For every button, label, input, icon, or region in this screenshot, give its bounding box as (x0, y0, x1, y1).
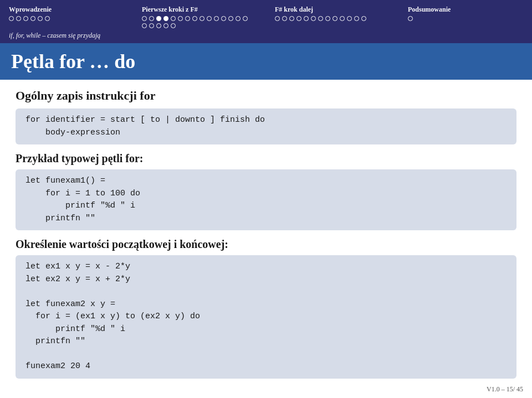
code-line (25, 286, 507, 298)
nav-section-title-pierwsze-kroki: Pierwsze kroki z F# (142, 6, 257, 14)
nav-dots-fsharp-krok-dalej (275, 16, 386, 21)
nav-dot (23, 16, 28, 21)
slide-title-bar: Pętla for … do (0, 43, 532, 80)
version-label: V1.0 – 15/ 45 (487, 385, 523, 394)
nav-dot (354, 16, 359, 21)
nav-dot (9, 16, 14, 21)
nav-dot (304, 16, 309, 21)
code-line: let funexam2 x y = (25, 298, 507, 311)
nav-section-title-podsumowanie: Podsumowanie (408, 6, 523, 14)
code-line: for i = (ex1 x y) to (ex2 x y) do (25, 311, 507, 323)
nav-dot (408, 16, 413, 21)
nav-section-wprowadzenie[interactable]: Wprowadzenie (0, 3, 133, 30)
nav-dot (178, 16, 183, 21)
nav-dot (236, 16, 241, 21)
nav-dot (16, 16, 21, 21)
code-line: body-expression (25, 127, 507, 139)
nav-dot-current (156, 16, 161, 21)
nav-dot (200, 16, 204, 21)
nav-dot (221, 16, 226, 21)
nav-dot (289, 16, 294, 21)
nav-dot (361, 16, 366, 21)
slide-title: Pętla for … do (11, 50, 521, 73)
section2-code-block: let funexam1() = for i = 1 to 100 do pri… (16, 169, 516, 230)
code-line: for identifier = start [ to | downto ] f… (25, 114, 507, 127)
code-line: let ex1 x y = x - 2*y (25, 261, 507, 273)
nav-section-title-fsharp-krok-dalej: F# krok dalej (275, 6, 390, 14)
subtitle-text: if, for, while – czasem się przydają (9, 32, 100, 39)
nav-dot (171, 23, 176, 28)
nav-dot (142, 16, 147, 21)
nav-section-pierwsze-kroki[interactable]: Pierwsze kroki z F# (133, 3, 266, 30)
nav-dot (296, 16, 301, 21)
nav-section-fsharp-krok-dalej[interactable]: F# krok dalej (266, 3, 399, 30)
nav-dot (149, 16, 154, 21)
code-line: funexam2 20 4 (25, 360, 507, 373)
top-navigation: Wprowadzenie Pierwsze kroki z F# (0, 0, 532, 43)
nav-dot (149, 23, 154, 28)
nav-dot (325, 16, 330, 21)
nav-dot-filled (163, 16, 168, 21)
code-line: printf "%d " i (25, 323, 507, 336)
nav-dot (163, 23, 168, 28)
nav-dot (156, 23, 161, 28)
main-content: Ogólny zapis instrukcji for for identifi… (0, 80, 532, 395)
nav-dot (45, 16, 50, 21)
nav-dot (228, 16, 233, 21)
code-line: printf "%d " i (25, 200, 507, 213)
code-line: let ex2 x y = x + 2*y (25, 273, 507, 286)
nav-dot (207, 16, 212, 21)
nav-dot (243, 16, 248, 21)
section3-heading: Określenie wartości początkowej i końcow… (16, 238, 516, 251)
nav-dot (318, 16, 323, 21)
nav-dot (275, 16, 280, 21)
nav-dots-wprowadzenie (9, 16, 120, 21)
nav-dot (30, 16, 35, 21)
code-line (25, 348, 507, 361)
nav-section-title-wprowadzenie: Wprowadzenie (9, 6, 124, 14)
nav-dot (38, 16, 43, 21)
code-line: printfn "" (25, 213, 507, 225)
code-line: let funexam1() = (25, 175, 507, 188)
section3-code-block: let ex1 x y = x - 2*y let ex2 x y = x + … (16, 255, 516, 379)
nav-dots-podsumowanie (408, 16, 519, 21)
section1-code-block: for identifier = start [ to | downto ] f… (16, 108, 516, 144)
nav-section-podsumowanie[interactable]: Podsumowanie (399, 3, 532, 30)
nav-dot (340, 16, 345, 21)
nav-dot (347, 16, 352, 21)
section2-heading: Przykład typowej pętli for: (16, 152, 516, 165)
nav-dot (171, 16, 176, 21)
code-line: for i = 1 to 100 do (25, 188, 507, 200)
section1-heading: Ogólny zapis instrukcji for (16, 89, 516, 103)
nav-dot (142, 23, 147, 28)
slide-subtitle: if, for, while – czasem się przydają (0, 30, 532, 43)
nav-dot (282, 16, 287, 21)
nav-dot (311, 16, 316, 21)
nav-dot (192, 16, 197, 21)
nav-sections: Wprowadzenie Pierwsze kroki z F# (0, 3, 532, 30)
code-line: printfn "" (25, 335, 507, 348)
nav-dot (214, 16, 219, 21)
nav-dot (185, 16, 190, 21)
nav-dots-pierwsze-kroki (142, 16, 253, 28)
nav-dot (332, 16, 337, 21)
